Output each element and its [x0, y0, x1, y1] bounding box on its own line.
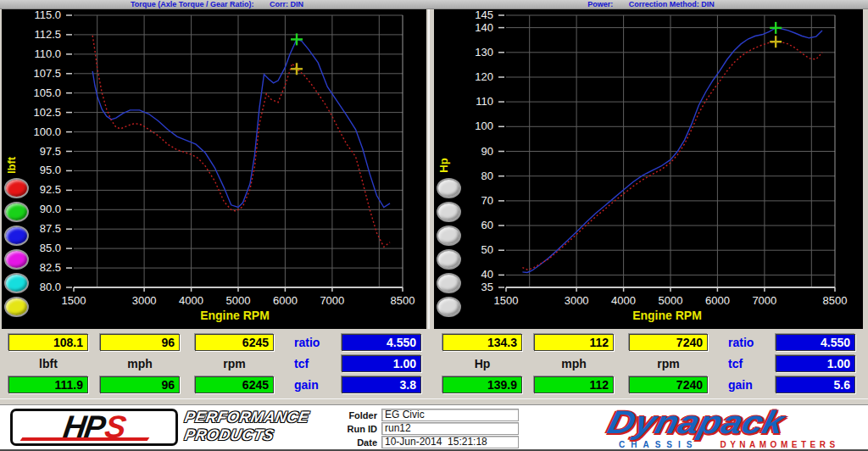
- tcf-label: tcf: [728, 357, 743, 370]
- y-tick-label: 35: [481, 281, 493, 293]
- torque-chart-title: Torque (Axle Torque / Gear Ratio): Corr:…: [0, 0, 434, 8]
- ratio-value: 4.550: [776, 334, 855, 351]
- x-tick-label: 6000: [273, 294, 298, 307]
- power-chart-panel: Hp 14514013012011010090807060504035 1500…: [434, 9, 863, 329]
- torque-cursor-value: 108.1: [8, 334, 88, 351]
- cursor-crosshair[interactable]: [770, 22, 782, 34]
- dynapack-logo: Dynapack CHASSIS DYNAMOMETERS: [609, 405, 863, 451]
- x-tick-label: 1500: [62, 294, 86, 307]
- y-tick-label: 40: [481, 269, 493, 281]
- panel-divider: [428, 9, 430, 329]
- x-tick-label: 6000: [705, 294, 730, 307]
- dyno-curve: [92, 36, 390, 247]
- torque-plot-area[interactable]: [64, 12, 405, 292]
- torque-cursor-rpm: 6245: [195, 334, 274, 351]
- x-tick-label: 7000: [752, 294, 776, 307]
- gain-label: gain: [294, 378, 319, 392]
- cursor-crosshair[interactable]: [291, 33, 303, 45]
- power-cursor-rpm: 7240: [629, 334, 708, 351]
- hps-performance-text: PERFORMANCE: [183, 409, 339, 426]
- y-tick-label: 140: [475, 22, 493, 34]
- power-y-axis-ticks: 14514013012011010090807060504035: [449, 9, 495, 294]
- gain-value: 3.8: [342, 376, 421, 393]
- y-tick-label: 105.0: [33, 87, 61, 99]
- y-tick-label: 145: [475, 9, 493, 21]
- footer-bar: HP S PERFORMANCE PRODUCTS Folder EG Civi…: [0, 405, 868, 451]
- dynapack-dynamometers-text: DYNAMOMETERS: [720, 440, 838, 449]
- folder-input[interactable]: EG Civic: [381, 409, 519, 421]
- y-tick-label: 50: [481, 244, 493, 256]
- gain-label: gain: [728, 378, 753, 392]
- y-tick-label: 70: [481, 195, 493, 207]
- dyno-curve: [522, 42, 822, 270]
- torque-y-axis-ticks: 115.0112.5110.0107.5105.0102.5100.097.59…: [17, 9, 63, 294]
- y-tick-label: 92.5: [40, 184, 61, 196]
- y-tick-label: 95.0: [40, 164, 61, 176]
- x-tick-label: 3000: [132, 294, 157, 307]
- y-tick-label: 112.5: [34, 29, 61, 41]
- torque-run-mph: 96: [100, 376, 180, 393]
- y-tick-label: 110: [476, 96, 493, 108]
- date-field-row: Date 10-Jun-2014 15:21:18: [337, 436, 519, 448]
- mph-unit-label: mph: [100, 357, 180, 370]
- torque-cursor-mph: 96: [100, 334, 180, 351]
- dyno-curve: [522, 28, 822, 273]
- y-tick-label: 130: [475, 47, 493, 58]
- date-label: Date: [337, 437, 381, 448]
- readout-region: 108.1 96 6245 lbft mph rpm 111.9 96 6245…: [0, 329, 868, 398]
- power-x-axis-label: Engine RPM: [497, 309, 837, 322]
- dynapack-subtitle: CHASSIS DYNAMOMETERS: [609, 440, 863, 449]
- y-tick-label: 97.5: [40, 146, 61, 158]
- dynapack-wordmark: Dynapack: [604, 405, 868, 439]
- y-tick-label: 60: [481, 220, 493, 231]
- ratio-value: 4.550: [342, 334, 421, 351]
- x-tick-label: 7000: [320, 294, 344, 307]
- y-tick-label: 85.0: [40, 242, 61, 254]
- hps-logo: HP S: [10, 409, 178, 446]
- torque-chart-panel: lbft 115.0112.5110.0107.5105.0102.5100.0…: [2, 9, 426, 329]
- torque-correction-text: Corr: DIN: [270, 0, 303, 8]
- power-plot-area[interactable]: [497, 12, 837, 292]
- y-tick-label: 80: [481, 170, 493, 182]
- cursor-crosshair[interactable]: [770, 36, 782, 47]
- power-cursor-value: 134.3: [442, 334, 522, 351]
- torque-run-rpm: 6245: [195, 376, 274, 393]
- y-tick-label: 82.5: [40, 262, 61, 274]
- x-tick-label: 4000: [611, 294, 636, 307]
- hps-products-text: PRODUCTS: [183, 426, 339, 444]
- tcf-label: tcf: [294, 357, 309, 370]
- rpm-unit-label: rpm: [629, 357, 708, 370]
- torque-title-text: Torque (Axle Torque / Gear Ratio):: [131, 0, 254, 8]
- dynapack-chassis-text: CHASSIS: [619, 440, 698, 449]
- y-tick-label: 100.0: [33, 126, 61, 138]
- hps-logo-tagline: PERFORMANCE PRODUCTS: [185, 409, 337, 444]
- y-tick-label: 90.0: [40, 203, 61, 215]
- power-correction-text: Correction Method: DIN: [629, 0, 715, 8]
- run-id-input[interactable]: run12: [381, 422, 519, 435]
- power-chart-title: Power: Correction Method: DIN: [434, 0, 868, 8]
- y-tick-label: 100: [475, 120, 493, 132]
- power-run-rpm: 7240: [629, 376, 708, 393]
- power-x-axis-ticks: 1500300040005000600070008500: [434, 294, 863, 307]
- x-tick-label: 4000: [179, 294, 203, 307]
- folder-label: Folder: [337, 410, 381, 420]
- run-id-field-row: Run ID run12: [337, 422, 519, 435]
- y-tick-label: 90: [481, 146, 493, 158]
- ratio-label: ratio: [294, 336, 320, 349]
- dyno-app-window: { "chart_data": [ { "type": "line", "tit…: [0, 0, 868, 451]
- torque-x-axis-ticks: 1500300040005000600070008500: [2, 294, 426, 307]
- y-tick-label: 80.0: [40, 281, 61, 293]
- ratio-label: ratio: [728, 336, 754, 349]
- power-cursor-mph: 112: [534, 334, 614, 351]
- y-tick-label: 107.5: [33, 68, 61, 80]
- x-tick-label: 5000: [659, 294, 683, 307]
- tcf-value: 1.00: [776, 355, 855, 372]
- x-tick-label: 5000: [226, 294, 251, 307]
- y-tick-label: 120: [475, 71, 493, 83]
- x-tick-label: 1500: [494, 294, 519, 307]
- power-unit-label: Hp: [442, 357, 522, 370]
- power-run-value: 139.9: [442, 376, 522, 393]
- rpm-unit-label: rpm: [195, 357, 274, 370]
- date-input[interactable]: 10-Jun-2014 15:21:18: [381, 436, 519, 448]
- run-info-fields: Folder EG Civic Run ID run12 Date 10-Jun…: [337, 409, 519, 449]
